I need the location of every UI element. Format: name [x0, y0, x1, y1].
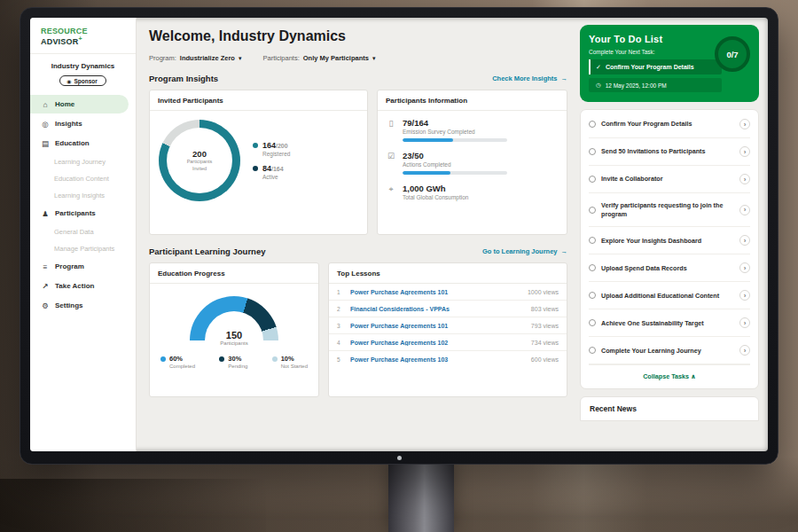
task-checkbox[interactable] [589, 319, 596, 326]
chevron-right-icon[interactable]: › [739, 290, 750, 301]
task-row[interactable]: Invite a Collaborator › [589, 166, 750, 193]
todo-task-list: Confirm Your Program Details › Send 50 I… [580, 109, 759, 389]
task-row[interactable]: Explore Your Insights Dashboard › [589, 227, 750, 254]
sidebar-item-general-data[interactable]: General Data [30, 223, 129, 239]
go-to-learning-journey-link[interactable]: Go to Learning Journey → [482, 247, 567, 255]
invited-participants-card: Invited Participants 200 Participants In… [149, 90, 368, 235]
task-row[interactable]: Confirm Your Program Details › [589, 111, 750, 138]
legend-registered: 164/200 Registered [253, 141, 290, 157]
donut-chart: 200 Participants Invited [159, 120, 240, 201]
power-led [397, 456, 402, 460]
task-checkbox[interactable] [589, 237, 596, 244]
sidebar-item-settings[interactable]: ⚙ Settings [30, 296, 129, 315]
card-title: Education Progress [150, 263, 318, 284]
lesson-row: 4 Power Purchase Agreements 102 734 view… [329, 334, 567, 351]
sidebar-item-label: Participants [55, 209, 96, 217]
legend-dot [160, 356, 166, 362]
lesson-link[interactable]: Power Purchase Agreements 103 [350, 356, 525, 363]
participants-icon: ♟ [41, 209, 50, 218]
sidebar-item-label: Settings [55, 301, 83, 309]
sidebar-item-label: Take Action [55, 282, 94, 290]
program-dropdown[interactable]: Program: Industrialize Zero ▾ [149, 54, 241, 62]
survey-icon: ▯ [387, 119, 395, 142]
recent-news-header[interactable]: Recent News [580, 396, 759, 421]
gauge-legend: 60% Completed 30% Pending [150, 346, 318, 369]
donut-legend: 164/200 Registered 84/164 Active [253, 134, 290, 187]
program-label: Program: [149, 54, 176, 62]
lesson-link[interactable]: Financial Considerations - VPPAs [350, 306, 525, 312]
sponsor-badge[interactable]: ◉ Sponsor [59, 75, 106, 86]
todo-next-task[interactable]: ✓ Confirm Your Program Details [589, 59, 722, 74]
org-name: Industry Dynamics [30, 54, 136, 73]
legend-dot [253, 166, 258, 171]
task-row[interactable]: Upload Additional Educational Content › [589, 282, 750, 309]
participants-label: Participants: [262, 54, 299, 62]
task-row[interactable]: Upload Spend Data Records › [589, 254, 750, 282]
chevron-right-icon[interactable]: › [739, 317, 750, 328]
sidebar-item-label: Insights [55, 120, 82, 128]
sidebar-item-education[interactable]: ▤ Education [30, 134, 129, 153]
arrow-right-icon: → [561, 247, 568, 255]
sidebar-nav: ⌂ Home ◎ Insights ▤ Education Learning J… [30, 92, 136, 451]
chevron-down-icon: ▾ [239, 55, 242, 62]
task-row[interactable]: Send 50 Invitations to Participants › [589, 138, 750, 166]
progress-bar [403, 171, 507, 175]
participants-information-card: Participants Information ▯ 79/164 Emissi… [377, 90, 567, 235]
chevron-right-icon[interactable]: › [739, 262, 750, 273]
education-progress-card: Education Progress 150 Participants [149, 262, 319, 397]
stat-actions-completed: ☑ 23/50 Actions Completed [378, 144, 567, 176]
section-title: Program Insights [149, 74, 218, 83]
check-more-insights-link[interactable]: Check More Insights → [492, 74, 567, 82]
sidebar-item-label: General Data [54, 228, 94, 236]
task-checkbox[interactable] [589, 176, 596, 183]
collapse-up-icon: ∧ [691, 372, 696, 380]
sidebar-item-learning-insights[interactable]: Learning Insights [30, 187, 129, 203]
chevron-right-icon[interactable]: › [739, 119, 750, 129]
task-checkbox[interactable] [589, 264, 596, 271]
legend-dot [253, 143, 258, 148]
task-row[interactable]: Complete Your Learning Journey › [589, 337, 750, 364]
sidebar-item-label: Education Content [54, 175, 109, 183]
sidebar-item-education-content[interactable]: Education Content [30, 170, 129, 186]
program-insights-cards: Invited Participants 200 Participants In… [149, 90, 567, 235]
sponsor-label: Sponsor [74, 78, 97, 84]
sidebar-item-learning-journey[interactable]: Learning Journey [30, 153, 129, 169]
lesson-link[interactable]: Power Purchase Agreements 101 [350, 289, 521, 295]
legend-dot [272, 356, 278, 362]
sidebar-item-label: Program [55, 262, 84, 270]
chevron-right-icon[interactable]: › [739, 174, 750, 184]
sidebar-item-manage-participants[interactable]: Manage Participants [30, 240, 129, 256]
task-row[interactable]: Achieve One Sustainability Target › [589, 309, 750, 337]
chevron-right-icon[interactable]: › [739, 146, 750, 157]
sidebar: RESOURCE ADVISOR+ Industry Dynamics ◉ Sp… [30, 18, 137, 451]
program-insights-header: Program Insights Check More Insights → [149, 74, 567, 83]
donut-center: 200 Participants Invited [167, 128, 232, 193]
task-checkbox[interactable] [589, 292, 596, 299]
collapse-tasks-link[interactable]: Collapse Tasks ∧ [589, 364, 750, 387]
page-title: Welcome, Industry Dynamics [149, 28, 567, 44]
main-content: Welcome, Industry Dynamics Program: Indu… [137, 18, 578, 451]
sidebar-item-take-action[interactable]: ↗ Take Action [30, 277, 129, 295]
chevron-right-icon[interactable]: › [739, 235, 750, 246]
task-checkbox[interactable] [589, 347, 596, 354]
education-icon: ▤ [41, 139, 50, 148]
section-title: Participant Learning Journey [149, 246, 265, 256]
card-title: Participants Information [378, 90, 567, 111]
participants-value: Only My Participants [303, 54, 369, 62]
task-checkbox[interactable] [589, 148, 596, 155]
chevron-right-icon[interactable]: › [739, 205, 750, 215]
legend-dot [219, 356, 224, 362]
lesson-link[interactable]: Power Purchase Agreements 101 [350, 323, 525, 329]
chevron-right-icon[interactable]: › [739, 345, 750, 356]
chevron-down-icon: ▾ [372, 55, 376, 62]
participants-dropdown[interactable]: Participants: Only My Participants ▾ [262, 54, 375, 62]
task-checkbox[interactable] [589, 121, 596, 128]
sidebar-item-program[interactable]: ≡ Program [30, 257, 129, 276]
todo-next-due: ◷ 12 May 2025, 12:00 PM [589, 78, 722, 92]
sidebar-item-participants[interactable]: ♟ Participants [30, 204, 129, 223]
sidebar-item-insights[interactable]: ◎ Insights [30, 114, 129, 133]
task-row[interactable]: Verify participants requesting to join t… [589, 193, 750, 227]
task-checkbox[interactable] [589, 207, 596, 214]
sidebar-item-home[interactable]: ⌂ Home [30, 95, 129, 113]
lesson-link[interactable]: Power Purchase Agreements 102 [350, 340, 525, 346]
